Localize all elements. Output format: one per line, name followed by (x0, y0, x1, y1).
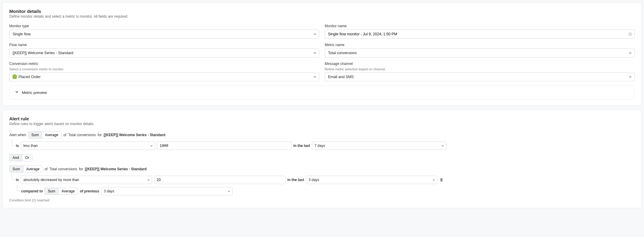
monitor-name-label: Monitor name (325, 24, 635, 28)
cond2-operator-select[interactable]: absolutely decreased by more than (21, 176, 152, 184)
metric-preview-toggle[interactable]: Metric preview (9, 86, 635, 99)
monitor-type-select[interactable]: Single flow (9, 30, 319, 39)
in-last-text: in the last (287, 178, 304, 182)
clear-icon[interactable] (628, 32, 632, 36)
cond2-header: Sum Average of Total conversions for [[K… (9, 165, 635, 173)
chevron-down-icon (15, 90, 19, 95)
prev-period-select[interactable]: 3 days (101, 187, 233, 195)
cond2-metric: Total conversions (49, 167, 77, 171)
condition-limit-text: Condition limit (2) reached (9, 198, 635, 202)
in-last-text: in the last (293, 144, 310, 148)
conversion-metric-select[interactable]: Placed Order (9, 72, 319, 81)
flow-name-label: Flow name (9, 43, 319, 47)
chevron-down-icon (227, 190, 231, 193)
message-channel-sublabel: Refine metric selection based on channel… (325, 67, 635, 71)
of-previous-text: of previous (80, 189, 99, 193)
cond1-average-button[interactable]: Average (42, 132, 61, 138)
conversion-metric-sublabel: Select a conversion metric to monitor. (9, 67, 319, 71)
monitor-details-card: Monitor details Define monitor details a… (2, 2, 642, 106)
logic-toggle-row: And Or (9, 154, 635, 161)
shopify-icon (13, 75, 17, 79)
chevron-down-icon (628, 75, 632, 79)
cond2-sum-button[interactable]: Sum (10, 166, 23, 172)
chevron-down-icon (150, 144, 153, 148)
cond2-body: is absolutely decreased by more than in … (16, 176, 635, 184)
prev-period-value: 3 days (104, 189, 114, 193)
cond1-metric: Total conversions (68, 133, 96, 137)
prev-sum-button[interactable]: Sum (45, 188, 58, 195)
cond2-period-select[interactable]: 3 days (306, 176, 437, 184)
message-channel-label: Message channel (325, 62, 635, 66)
flow-name-value: [[KEEP]] Welcome Series - Standard (13, 51, 73, 55)
monitor-type-label: Monitor type (9, 24, 319, 28)
cond2-flow: [[KEEP]] Welcome Series - Standard (85, 167, 147, 171)
connector-line (12, 139, 15, 146)
cond2-operator-value: absolutely decreased by more than (23, 178, 79, 182)
flow-name-select[interactable]: [[KEEP]] Welcome Series - Standard (9, 48, 319, 57)
chevron-down-icon (313, 32, 317, 36)
chevron-down-icon (432, 178, 435, 182)
monitor-type-value: Single flow (13, 32, 30, 36)
alert-rule-card: Alert rule Define rules to trigger alert… (2, 110, 642, 208)
metric-name-select[interactable]: Total conversions (325, 48, 635, 57)
of-text: of (63, 133, 66, 137)
alert-when-text: Alert when (9, 133, 26, 137)
cond2-agg-toggle: Sum Average (9, 165, 43, 173)
cond2-compare-row: compared to Sum Average of previous 3 da… (21, 187, 635, 195)
monitor-name-input[interactable] (328, 32, 625, 36)
conversion-metric-label: Conversion metric (9, 62, 319, 66)
conversion-metric-value: Placed Order (19, 75, 41, 79)
or-button[interactable]: Or (22, 154, 32, 161)
prev-agg-toggle: Sum Average (45, 188, 78, 195)
cond2-period-value: 3 days (309, 178, 319, 182)
for-text: for (79, 167, 83, 171)
of-text: of (45, 167, 48, 171)
is-text: is (16, 178, 19, 182)
cond1-value-input[interactable] (157, 142, 292, 150)
metric-name-value: Total conversions (328, 51, 357, 55)
connector-line (12, 173, 15, 180)
metric-preview-label: Metric preview (22, 90, 47, 95)
cond1-flow: [[KEEP]] Welcome Series - Standard (104, 133, 166, 137)
cond1-body: is less than in the last 7 days (16, 142, 635, 150)
card-title: Monitor details (9, 9, 635, 14)
cond1-period-value: 7 days (315, 144, 325, 148)
chevron-down-icon (147, 178, 150, 182)
metric-name-label: Metric name (325, 43, 635, 47)
delete-condition-button[interactable] (439, 178, 444, 182)
message-channel-value: Email and SMS (328, 75, 354, 79)
cond1-header: Alert when Sum Average of Total conversi… (9, 131, 635, 139)
cond2-value-input[interactable] (154, 176, 286, 184)
cond1-operator-select[interactable]: less than (21, 142, 155, 150)
compared-to-text: compared to (21, 189, 43, 193)
alert-title: Alert rule (9, 116, 635, 121)
cond1-sum-button[interactable]: Sum (28, 132, 42, 138)
logic-toggle: And Or (9, 154, 33, 161)
card-subtitle: Define monitor details and select a metr… (9, 14, 635, 19)
is-text: is (16, 144, 19, 148)
cond1-operator-value: less than (23, 144, 38, 148)
prev-average-button[interactable]: Average (58, 188, 78, 195)
alert-subtitle: Define rules to trigger alerts based on … (9, 122, 635, 126)
monitor-name-input-wrap (325, 30, 635, 39)
cond1-period-select[interactable]: 7 days (312, 142, 446, 150)
for-text: for (98, 133, 102, 137)
message-channel-select[interactable]: Email and SMS (325, 72, 635, 81)
cond2-average-button[interactable]: Average (23, 166, 42, 172)
chevron-down-icon (313, 51, 317, 55)
connector-line (17, 185, 20, 191)
and-button[interactable]: And (10, 154, 22, 161)
chevron-down-icon (628, 51, 632, 55)
cond1-agg-toggle: Sum Average (28, 131, 62, 139)
chevron-down-icon (313, 75, 317, 79)
chevron-down-icon (441, 144, 444, 148)
